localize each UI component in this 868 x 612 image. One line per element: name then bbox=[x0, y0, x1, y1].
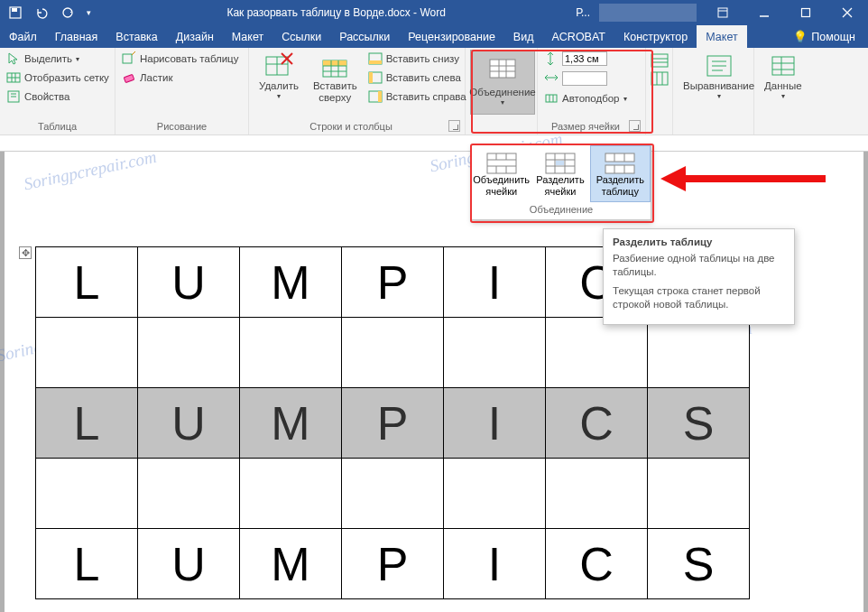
distribute-cols-icon[interactable] bbox=[651, 71, 665, 86]
tab-mailings[interactable]: Рассылки bbox=[330, 25, 399, 48]
distribute-rows-icon[interactable] bbox=[651, 53, 665, 68]
maximize-icon[interactable] bbox=[785, 0, 826, 25]
tab-home[interactable]: Главная bbox=[46, 25, 107, 48]
tab-design[interactable]: Дизайн bbox=[167, 25, 223, 48]
tab-file[interactable]: Файл bbox=[0, 25, 46, 48]
table-cell[interactable] bbox=[138, 318, 240, 388]
tab-acrobat[interactable]: ACROBAT bbox=[542, 25, 614, 48]
table-cell[interactable] bbox=[36, 318, 138, 388]
svg-rect-35 bbox=[378, 91, 382, 102]
tab-view[interactable]: Вид bbox=[504, 25, 543, 48]
table-row[interactable] bbox=[36, 318, 750, 388]
table-cell[interactable]: M bbox=[240, 529, 342, 599]
table-cell[interactable]: M bbox=[240, 247, 342, 318]
merge-popup-label: Объединение bbox=[472, 202, 651, 217]
table-cell[interactable] bbox=[36, 459, 138, 529]
table-cell[interactable] bbox=[342, 459, 444, 529]
user-account[interactable] bbox=[599, 4, 697, 22]
table-cell[interactable] bbox=[546, 318, 648, 388]
insert-below-button[interactable]: Вставить снизу bbox=[366, 50, 468, 68]
alignment-button[interactable]: Выравнивание▾ bbox=[678, 50, 760, 102]
close-icon[interactable] bbox=[826, 0, 868, 25]
page[interactable]: Soringpcrepair.com Soringpcrepair.com So… bbox=[5, 152, 863, 612]
table-row[interactable] bbox=[36, 459, 750, 529]
table-cell[interactable] bbox=[648, 459, 750, 529]
gridlines-button[interactable]: Отобразить сетку bbox=[5, 69, 111, 87]
table-cell[interactable]: C bbox=[546, 529, 648, 599]
table-cell[interactable] bbox=[444, 318, 546, 388]
ruler[interactable] bbox=[0, 135, 868, 152]
table-move-handle[interactable]: ✥ bbox=[19, 246, 32, 259]
tell-me-label: Помощн bbox=[811, 31, 855, 43]
table-cell[interactable]: U bbox=[138, 247, 240, 318]
tab-table-layout[interactable]: Макет bbox=[697, 25, 746, 48]
rowscols-launcher[interactable] bbox=[448, 120, 460, 132]
insert-right-button[interactable]: Вставить справа bbox=[366, 88, 468, 106]
row-height-input[interactable] bbox=[542, 50, 641, 68]
table-row[interactable]: LUMPICS bbox=[36, 388, 750, 459]
svg-rect-72 bbox=[556, 161, 564, 165]
table-cell[interactable] bbox=[240, 459, 342, 529]
table-cell[interactable]: M bbox=[240, 388, 342, 459]
tab-table-design[interactable]: Конструктор bbox=[614, 25, 697, 48]
table-cell[interactable]: C bbox=[546, 388, 648, 459]
ribbon-display-icon[interactable] bbox=[702, 0, 743, 25]
table-cell[interactable]: I bbox=[444, 529, 546, 599]
table-cell[interactable]: S bbox=[648, 529, 750, 599]
split-cells-button[interactable]: Разделить ячейки bbox=[531, 145, 589, 202]
watermark: Soringpcrepair.com bbox=[22, 147, 158, 195]
svg-line-17 bbox=[132, 51, 135, 55]
table-cell[interactable]: L bbox=[36, 388, 138, 459]
table-cell[interactable]: U bbox=[138, 529, 240, 599]
table-cell[interactable] bbox=[546, 459, 648, 529]
table-cell[interactable]: L bbox=[36, 247, 138, 318]
select-button[interactable]: Выделить ▾ bbox=[5, 50, 111, 68]
merge-dropdown-button[interactable]: Объединение▾ bbox=[470, 50, 535, 115]
insert-left-button[interactable]: Вставить слева bbox=[366, 69, 468, 87]
undo-icon[interactable] bbox=[34, 6, 49, 19]
table-cell[interactable] bbox=[342, 318, 444, 388]
tab-review[interactable]: Рецензирование bbox=[399, 25, 504, 48]
tell-me[interactable]: 💡 Помощн bbox=[780, 25, 868, 48]
svg-rect-3 bbox=[718, 8, 727, 17]
title-bar: ▾ Как разорвать таблицу в Ворде.docx - W… bbox=[0, 0, 868, 25]
properties-button[interactable]: Свойства bbox=[5, 88, 111, 106]
qat-customize-icon[interactable]: ▾ bbox=[87, 8, 91, 17]
table-cell[interactable] bbox=[444, 459, 546, 529]
table-cell[interactable]: P bbox=[342, 388, 444, 459]
tab-layout[interactable]: Макет bbox=[223, 25, 272, 48]
table-cell[interactable] bbox=[648, 318, 750, 388]
table-cell[interactable]: L bbox=[36, 529, 138, 599]
tab-references[interactable]: Ссылки bbox=[272, 25, 330, 48]
tab-insert[interactable]: Вставка bbox=[106, 25, 166, 48]
minimize-icon[interactable] bbox=[743, 0, 785, 25]
save-icon[interactable] bbox=[9, 6, 22, 19]
merge-cells-button[interactable]: Объединить ячейки bbox=[472, 145, 531, 202]
table-cell[interactable]: I bbox=[444, 388, 546, 459]
delete-button[interactable]: Удалить▾ bbox=[254, 50, 304, 102]
split-table-icon bbox=[605, 153, 635, 174]
svg-rect-33 bbox=[369, 72, 373, 83]
table-cell[interactable] bbox=[240, 318, 342, 388]
table-row[interactable]: LUMPICS bbox=[36, 529, 750, 599]
col-width-input[interactable] bbox=[542, 70, 641, 88]
table-cell[interactable]: I bbox=[444, 247, 546, 318]
context-tab-label: Р... bbox=[572, 6, 594, 19]
data-button[interactable]: Данные▾ bbox=[759, 50, 808, 102]
eraser-button[interactable]: Ластик bbox=[120, 69, 240, 87]
split-cells-icon bbox=[545, 153, 576, 174]
table-cell[interactable]: P bbox=[342, 529, 444, 599]
cellsize-launcher[interactable] bbox=[629, 120, 641, 132]
table-cell[interactable]: U bbox=[138, 388, 240, 459]
split-table-button[interactable]: Разделить таблицу bbox=[590, 145, 651, 202]
draw-table-button[interactable]: Нарисовать таблицу bbox=[120, 50, 240, 68]
table-cell[interactable]: P bbox=[342, 247, 444, 318]
table-cell[interactable] bbox=[138, 459, 240, 529]
svg-rect-49 bbox=[651, 72, 668, 85]
insert-above-button[interactable]: Вставить сверху bbox=[308, 50, 363, 106]
annotation-arrow bbox=[659, 161, 830, 197]
group-table-label: Таблица bbox=[5, 120, 110, 134]
autofit-button[interactable]: Автоподбор ▾ bbox=[542, 89, 641, 107]
redo-icon[interactable] bbox=[61, 6, 74, 19]
table-cell[interactable]: S bbox=[648, 388, 750, 459]
